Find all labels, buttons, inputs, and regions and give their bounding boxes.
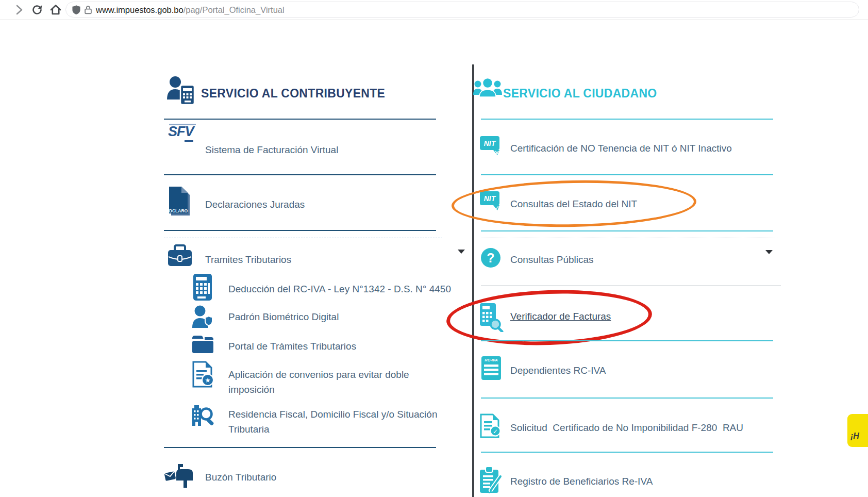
shield-permissions-icon[interactable] xyxy=(71,5,81,15)
url-domain: www.impuestos.gob.bo xyxy=(96,5,183,14)
nit-label: NIT xyxy=(484,139,496,147)
divider xyxy=(164,447,436,448)
menu-item-declaraciones-juradas[interactable]: Declaraciones Juradas xyxy=(205,197,305,212)
divider xyxy=(481,340,773,341)
divider xyxy=(481,452,773,453)
chat-tab-label: ¡H xyxy=(850,432,859,441)
accordion-tramites-tributarios[interactable]: Tramites Tributarios xyxy=(205,252,291,267)
person-badge-icon[interactable] xyxy=(191,305,214,329)
focus-dashed-line xyxy=(164,238,442,238)
sfv-logo-bottomline xyxy=(185,140,193,142)
lock-icon[interactable] xyxy=(83,5,93,15)
nit-x-icon[interactable]: NIT ✕ xyxy=(480,135,503,157)
url-text[interactable]: www.impuestos.gob.bo/pag/Portal_Oficina_… xyxy=(96,5,285,15)
column-divider xyxy=(472,64,474,497)
divider xyxy=(164,174,436,175)
question-circle-icon[interactable]: ? xyxy=(481,248,500,268)
menu-item-padron-biometrico[interactable]: Padrón Biométrico Digital xyxy=(228,309,339,324)
menu-item-portal-tramites[interactable]: Portal de Trámites Tributarios xyxy=(228,339,356,354)
page: www.impuestos.gob.bo/pag/Portal_Oficina_… xyxy=(0,0,868,497)
document-star-icon[interactable]: ★ xyxy=(192,361,215,388)
clipboard-pencil-icon[interactable] xyxy=(478,466,503,494)
folder-icon[interactable] xyxy=(191,334,214,355)
url-path: /pag/Portal_Oficina_Virtual xyxy=(183,5,285,14)
document-check-icon[interactable]: ✓ xyxy=(480,413,503,438)
url-bar[interactable]: www.impuestos.gob.bo/pag/Portal_Oficina_… xyxy=(65,2,859,18)
calculator-icon[interactable] xyxy=(193,273,212,301)
divider xyxy=(164,119,436,120)
chat-widget-tab[interactable]: ¡H xyxy=(847,414,868,447)
rc-iva-label: RC-IVA xyxy=(485,358,497,362)
divider xyxy=(481,230,773,231)
divider xyxy=(164,230,436,231)
divider xyxy=(481,397,773,399)
check-badge: ✓ xyxy=(493,428,498,435)
rc-iva-document-icon[interactable]: RC-IVA xyxy=(481,356,502,380)
declaraciones-document-icon[interactable]: DCLARO xyxy=(167,186,191,217)
sfv-logo-text: SFV xyxy=(168,125,194,139)
menu-item-solicitud-no-imponibilidad[interactable]: Solicitud Certificado de No Imponibilida… xyxy=(510,420,743,435)
menu-item-deduccion-rc-iva[interactable]: Deducción del RC-IVA - Ley N°1342 - D.S.… xyxy=(228,281,458,296)
menu-item-convenios-doble-imposicion[interactable]: Aplicación de convenios para evitar dobl… xyxy=(228,367,450,397)
divider xyxy=(481,285,781,286)
focus-dotted-line xyxy=(481,238,777,238)
forward-icon[interactable] xyxy=(13,4,25,15)
menu-item-residencia-fiscal[interactable]: Residencia Fiscal, Domicilio Fiscal y/o … xyxy=(228,407,471,437)
browser-toolbar: www.impuestos.gob.bo/pag/Portal_Oficina_… xyxy=(0,0,868,20)
menu-item-dependientes-rc-iva[interactable]: Dependientes RC-IVA xyxy=(510,363,606,378)
home-icon[interactable] xyxy=(49,4,62,16)
citizens-group-icon xyxy=(473,77,502,101)
red-circle-annotation xyxy=(445,287,653,349)
mailbox-icon[interactable] xyxy=(164,463,194,490)
left-column-title: SERVICIO AL CONTRIBUYENTE xyxy=(201,87,385,101)
divider xyxy=(481,174,773,175)
accordion-consultas-publicas[interactable]: Consultas Públicas xyxy=(510,252,594,267)
orange-circle-annotation xyxy=(451,178,696,229)
sfv-logo-icon[interactable]: SFV xyxy=(168,124,199,148)
chevron-down-icon[interactable] xyxy=(458,250,465,254)
divider xyxy=(481,119,773,120)
menu-item-sistema-facturacion-virtual[interactable]: Sistema de Facturación Virtual xyxy=(205,142,338,157)
reload-icon[interactable] xyxy=(31,4,43,15)
taxpayer-person-calculator-icon xyxy=(166,76,198,107)
menu-item-registro-beneficiarios-re-iva[interactable]: Registro de Beneficiarios Re-IVA xyxy=(510,474,653,489)
chevron-down-icon[interactable] xyxy=(765,250,773,254)
briefcase-icon[interactable] xyxy=(167,244,193,268)
right-column-title: SERVICIO AL CIUDADANO xyxy=(503,87,657,101)
x-badge: ✕ xyxy=(494,149,500,157)
declaro-label: DCLARO xyxy=(169,208,188,213)
menu-item-buzon-tributario[interactable]: Buzón Tributario xyxy=(205,470,276,485)
building-magnifier-icon[interactable] xyxy=(191,404,215,428)
menu-item-certificacion-no-tenencia-nit[interactable]: Certificación de NO Tenencia de NIT ó NI… xyxy=(510,141,732,156)
star-glyph: ★ xyxy=(205,376,211,384)
